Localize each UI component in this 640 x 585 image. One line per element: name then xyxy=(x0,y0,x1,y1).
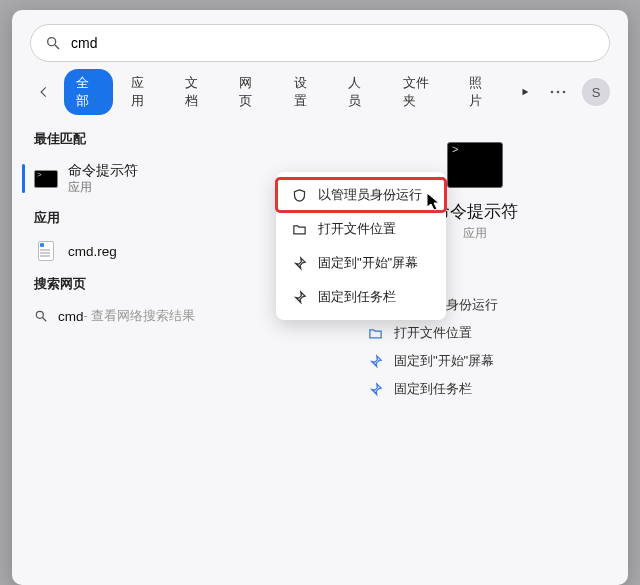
action-label: 打开文件位置 xyxy=(394,324,472,342)
pin-icon xyxy=(290,288,308,306)
action-open-location[interactable]: 打开文件位置 xyxy=(366,324,628,342)
back-button[interactable] xyxy=(30,77,58,107)
cursor-icon xyxy=(426,192,442,212)
search-icon xyxy=(45,35,61,51)
play-icon xyxy=(520,87,530,97)
search-window: 全部 应用 文档 网页 设置 人员 文件夹 照片 S 最佳匹配 命令提示符 应用 xyxy=(12,10,628,585)
svg-point-4 xyxy=(557,91,560,94)
context-label: 以管理员身份运行 xyxy=(318,186,422,204)
search-icon xyxy=(34,309,48,323)
action-label: 固定到任务栏 xyxy=(394,380,472,398)
svg-point-0 xyxy=(48,38,56,46)
context-pin-start[interactable]: 固定到"开始"屏幕 xyxy=(276,246,446,280)
ellipsis-icon xyxy=(550,90,566,94)
cmd-icon xyxy=(34,169,58,189)
shield-icon xyxy=(290,186,308,204)
arrow-left-icon xyxy=(37,85,51,99)
tab-settings[interactable]: 设置 xyxy=(282,69,330,115)
action-pin-taskbar[interactable]: 固定到任务栏 xyxy=(366,380,628,398)
svg-point-6 xyxy=(36,311,43,318)
svg-point-5 xyxy=(563,91,566,94)
result-title: cmd.reg xyxy=(68,244,117,259)
context-open-location[interactable]: 打开文件位置 xyxy=(276,212,446,246)
context-label: 打开文件位置 xyxy=(318,220,396,238)
svg-marker-2 xyxy=(522,89,528,96)
result-title: 命令提示符 xyxy=(68,162,138,180)
result-subtitle: 应用 xyxy=(68,180,138,195)
pin-icon xyxy=(290,254,308,272)
tab-folders[interactable]: 文件夹 xyxy=(391,69,452,115)
action-label: 固定到"开始"屏幕 xyxy=(394,352,494,370)
web-hint-text: - 查看网络搜索结果 xyxy=(84,307,196,325)
context-label: 固定到任务栏 xyxy=(318,288,396,306)
tab-all[interactable]: 全部 xyxy=(64,69,112,115)
pin-icon xyxy=(366,380,384,398)
overflow-button[interactable] xyxy=(544,78,572,106)
context-pin-taskbar[interactable]: 固定到任务栏 xyxy=(276,280,446,314)
context-label: 固定到"开始"屏幕 xyxy=(318,254,418,272)
section-best-match: 最佳匹配 xyxy=(12,124,322,154)
tab-photos[interactable]: 照片 xyxy=(457,69,505,115)
tab-docs[interactable]: 文档 xyxy=(173,69,221,115)
svg-line-1 xyxy=(55,45,59,49)
reg-file-icon xyxy=(34,241,58,261)
svg-point-3 xyxy=(551,91,554,94)
action-pin-start[interactable]: 固定到"开始"屏幕 xyxy=(366,352,628,370)
user-avatar[interactable]: S xyxy=(582,78,610,106)
tab-people[interactable]: 人员 xyxy=(336,69,384,115)
filter-toolbar: 全部 应用 文档 网页 设置 人员 文件夹 照片 S xyxy=(30,74,610,110)
tab-apps[interactable]: 应用 xyxy=(119,69,167,115)
folder-icon xyxy=(290,220,308,238)
more-tabs-button[interactable] xyxy=(512,78,538,106)
folder-icon xyxy=(366,324,384,342)
tab-web[interactable]: 网页 xyxy=(227,69,275,115)
context-run-as-admin[interactable]: 以管理员身份运行 xyxy=(276,178,446,212)
search-bar[interactable] xyxy=(30,24,610,62)
web-query-text: cmd xyxy=(58,309,84,324)
context-menu: 以管理员身份运行 打开文件位置 固定到"开始"屏幕 固定到任务栏 xyxy=(276,172,446,320)
search-input[interactable] xyxy=(71,35,595,51)
app-icon-large xyxy=(447,142,503,188)
pin-icon xyxy=(366,352,384,370)
svg-line-7 xyxy=(43,318,47,322)
